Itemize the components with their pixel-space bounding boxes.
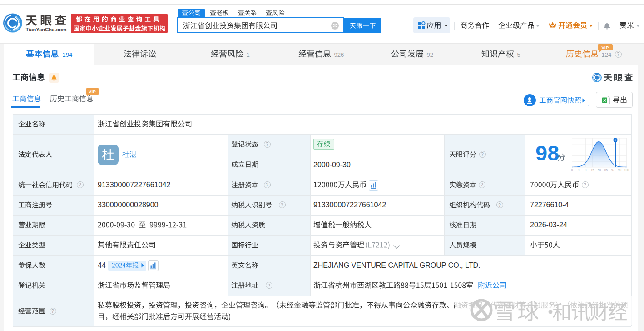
svg-text:?: ? xyxy=(617,51,619,57)
svg-text:1: 1 xyxy=(247,51,250,58)
svg-text:?: ? xyxy=(51,308,54,314)
svg-text:2026-03-24: 2026-03-24 xyxy=(530,221,567,229)
svg-text:1: 1 xyxy=(578,168,580,171)
svg-text:15: 15 xyxy=(591,168,594,171)
svg-text:?: ? xyxy=(584,182,586,187)
svg-text:913300007227661042: 913300007227661042 xyxy=(313,201,386,209)
svg-text:?: ? xyxy=(281,202,283,208)
svg-text:99: 99 xyxy=(618,168,622,171)
svg-text:100: 100 xyxy=(624,168,629,171)
svg-text:?: ? xyxy=(266,182,268,187)
svg-text:97: 97 xyxy=(611,168,615,171)
svg-text:50: 50 xyxy=(598,168,601,171)
svg-text:VIP: VIP xyxy=(601,45,609,50)
svg-text:VIP: VIP xyxy=(89,89,96,94)
svg-text:?: ? xyxy=(79,182,81,187)
svg-text:TianYanCha.com: TianYanCha.com xyxy=(26,27,67,32)
svg-text:98: 98 xyxy=(535,141,559,165)
svg-text:85: 85 xyxy=(604,168,608,171)
svg-text:ZHEJIANG VENTURE CAPITAL GROUP: ZHEJIANG VENTURE CAPITAL GROUP CO., LTD. xyxy=(313,261,480,269)
svg-text:194: 194 xyxy=(63,51,73,58)
svg-text:?: ? xyxy=(268,283,270,288)
svg-text:72276610-4: 72276610-4 xyxy=(530,201,569,209)
svg-text:3: 3 xyxy=(585,168,587,171)
svg-text:926: 926 xyxy=(334,51,344,58)
svg-text:330000000028900: 330000000028900 xyxy=(98,201,159,209)
svg-text:92: 92 xyxy=(427,51,433,58)
svg-text:5: 5 xyxy=(517,51,520,58)
svg-text:124: 124 xyxy=(602,51,612,58)
svg-text:44: 44 xyxy=(98,261,106,269)
svg-text:?: ? xyxy=(266,141,268,147)
svg-text:?: ? xyxy=(481,151,484,157)
svg-text:0: 0 xyxy=(571,168,573,171)
svg-text:?: ? xyxy=(498,202,501,208)
svg-text:913300007227661042: 913300007227661042 xyxy=(98,181,170,189)
svg-text:?: ? xyxy=(481,182,483,187)
svg-text:2000-09-30: 2000-09-30 xyxy=(313,161,351,169)
